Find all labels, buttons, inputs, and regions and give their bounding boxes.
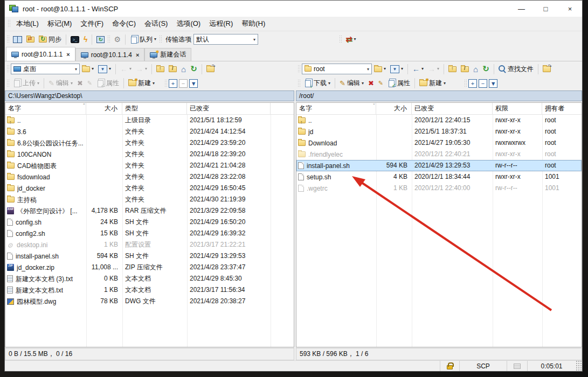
unselect-files-button[interactable]: −: [179, 79, 188, 88]
toolbar-grip[interactable]: [6, 35, 9, 44]
tab-close-icon[interactable]: ×: [66, 51, 70, 58]
queue-button[interactable]: 队列▾: [128, 34, 158, 45]
local-back-button[interactable]: ←▾: [118, 64, 134, 74]
file-row-新建文本文档.txt[interactable]: 新建文本文档.txt1 KB文本文档2021/3/17 11:56:34: [5, 284, 294, 296]
local-forward-button[interactable]: →▾: [134, 64, 149, 74]
remote-edit-button[interactable]: ✎编辑▾: [337, 78, 366, 89]
file-row-fsdownload[interactable]: fsdownload文件夹2021/4/28 23:22:08: [5, 171, 294, 183]
layout-panes-button[interactable]: [11, 35, 24, 44]
remote-rename-button[interactable]: ✎: [376, 79, 385, 88]
file-row-jd_docker.zip[interactable]: ZIPjd_docker.zip11,008 ...ZIP 压缩文件2021/4…: [5, 262, 294, 273]
local-edit-button[interactable]: ✎编辑▾: [46, 78, 75, 89]
refresh-remote-button[interactable]: ↻: [94, 35, 107, 44]
remote-new-button[interactable]: 新建▾: [417, 78, 448, 89]
remote-root-dir-button[interactable]: /: [459, 65, 471, 73]
menu-mark[interactable]: 标记(M): [43, 17, 77, 31]
unselect-files-button[interactable]: −: [479, 79, 487, 88]
local-filter-button[interactable]: ▼▾: [96, 64, 113, 74]
file-row-100CANON[interactable]: 100CANON文件夹2021/4/18 22:39:20: [5, 149, 294, 160]
menu-remote[interactable]: 远程(R): [205, 17, 237, 31]
preferences-button[interactable]: ⚙: [112, 34, 123, 45]
column-header-size[interactable]: 大小: [86, 103, 122, 114]
remote-path-bar[interactable]: /root/: [296, 90, 582, 101]
tab-new-session[interactable]: 新建会话: [144, 48, 191, 61]
local-dir-select[interactable]: 桌面 ▾: [11, 64, 80, 74]
local-symlink-button[interactable]: [204, 65, 217, 73]
local-delete-button[interactable]: ✖: [75, 78, 85, 88]
select-files-button[interactable]: +: [169, 79, 177, 88]
column-header-type[interactable]: 类型: [122, 103, 187, 114]
remote-back-button[interactable]: ←▾: [410, 64, 426, 74]
local-path-bar[interactable]: C:\Users\Wangz\Desktop\: [5, 90, 294, 101]
file-row-..[interactable]: ..2020/12/1 22:40:15rwxr-xr-xroot: [296, 115, 582, 126]
toolbar-grip[interactable]: [164, 79, 167, 88]
synchronize-button[interactable]: 同步: [37, 34, 64, 45]
local-parent-dir-button[interactable]: ↑: [154, 65, 167, 73]
file-row-新建文本文档 (3).txt[interactable]: 新建文本文档 (3).txt0 KB文本文档2021/4/29 8:45:30: [5, 273, 294, 284]
sync-browsing-button[interactable]: [24, 36, 37, 44]
column-header-modified[interactable]: 已改变: [412, 103, 493, 114]
toolbar-grip[interactable]: [107, 35, 110, 44]
file-row-主持稿[interactable]: 主持稿文件夹2021/4/30 21:19:39: [5, 194, 294, 205]
transfer-mode-button[interactable]: ⇄▾: [343, 33, 358, 45]
find-files-button[interactable]: 查找文件: [496, 64, 536, 75]
remote-home-button[interactable]: ⌂: [471, 64, 480, 75]
invert-selection-button[interactable]: ▼: [189, 79, 198, 88]
column-header-modified[interactable]: 已改变: [187, 103, 271, 114]
maximize-button[interactable]: □: [534, 1, 558, 17]
file-row-config2.sh[interactable]: config2.sh15 KBSH 文件2021/4/29 16:39:32: [5, 228, 294, 239]
toolbar-grip[interactable]: [298, 79, 300, 88]
toolbar-grip[interactable]: [6, 65, 9, 73]
file-row-6.8公顷公园设计任务...[interactable]: 6.8公顷公园设计任务...文件夹2021/4/29 23:59:20: [5, 137, 294, 149]
menu-command[interactable]: 命令(C): [108, 17, 140, 31]
column-header-name[interactable]: ˇ名字: [296, 103, 376, 114]
file-row-jd_docker[interactable]: jd_docker文件夹2021/4/29 16:50:45: [5, 183, 294, 194]
transfer-preset-select[interactable]: 默认 ▾: [193, 34, 258, 45]
open-terminal-button[interactable]: >_: [68, 35, 81, 44]
toolbar-grip[interactable]: [464, 79, 467, 88]
remote-filter-button[interactable]: ▼▾: [388, 64, 405, 74]
file-row-CAD植物图表[interactable]: CAD植物图表文件夹2021/4/21 21:04:28: [5, 160, 294, 171]
column-header-owner[interactable]: 拥有者: [542, 103, 582, 114]
remote-delete-button[interactable]: ✖: [366, 78, 376, 88]
local-refresh-button[interactable]: ↻: [188, 63, 199, 75]
tab-session-2[interactable]: root@10.1.1.4 ×: [75, 48, 145, 61]
tab-session-1[interactable]: root@10.1.1.1 ×: [6, 47, 75, 61]
local-rename-button[interactable]: ✎: [85, 79, 94, 88]
local-root-dir-button[interactable]: /: [167, 65, 179, 73]
upload-button[interactable]: 上传▾: [11, 78, 41, 89]
local-open-dir-button[interactable]: ▾: [80, 65, 96, 73]
remote-symlink-button[interactable]: [541, 65, 553, 73]
file-row-install-panel.sh[interactable]: install-panel.sh594 KBSH 文件2021/4/29 13:…: [5, 250, 294, 262]
session-duration[interactable]: 0:05:01: [527, 361, 576, 371]
menu-local[interactable]: 本地(L): [12, 17, 43, 31]
remote-properties-button[interactable]: 属性: [385, 78, 412, 89]
connection-status[interactable]: [507, 361, 527, 371]
remote-dir-select[interactable]: root ▾: [302, 64, 372, 74]
column-header-perms[interactable]: 权限: [493, 103, 542, 114]
column-header-size[interactable]: 大小: [376, 103, 412, 114]
minimize-button[interactable]: —: [509, 1, 534, 17]
menu-help[interactable]: 帮助(H): [237, 17, 269, 31]
tab-close-icon[interactable]: ×: [136, 52, 139, 58]
local-home-button[interactable]: ⌂: [179, 64, 188, 75]
toolbar-grip[interactable]: [339, 35, 342, 44]
invert-selection-button[interactable]: ▼: [489, 79, 497, 88]
toolbar-grip[interactable]: [6, 79, 9, 88]
resize-grip-icon[interactable]: [576, 361, 582, 371]
file-row-园林模型.dwg[interactable]: 园林模型.dwg78 KBDWG 文件2021/4/28 20:38:27: [5, 296, 294, 307]
file-row-config.sh[interactable]: config.sh24 KBSH 文件2021/4/29 16:50:20: [5, 217, 294, 228]
remote-parent-dir-button[interactable]: ↑: [446, 65, 459, 73]
file-row-.friendlyelec[interactable]: .friendlyelec2020/12/1 22:40:21rwxr-xr-x…: [296, 149, 582, 160]
file-row-《外部空间设计》 [...[interactable]: RAR《外部空间设计》 [...4,178 KBRAR 压缩文件2021/3/2…: [5, 205, 294, 217]
menu-file[interactable]: 文件(F): [76, 17, 108, 31]
local-properties-button[interactable]: 属性: [94, 78, 121, 89]
menu-session[interactable]: 会话(S): [140, 17, 172, 31]
local-new-button[interactable]: 新建▾: [126, 78, 157, 89]
select-files-button[interactable]: +: [468, 79, 477, 88]
toolbar-grip[interactable]: [298, 65, 300, 73]
close-button[interactable]: ×: [558, 1, 582, 17]
file-row-..[interactable]: ..上级目录2021/5/1 18:12:59: [5, 115, 294, 126]
remote-open-dir-button[interactable]: ▾: [372, 65, 388, 73]
file-row-Download[interactable]: Download2021/4/27 19:05:30rwxrwxrwxroot: [296, 137, 582, 149]
